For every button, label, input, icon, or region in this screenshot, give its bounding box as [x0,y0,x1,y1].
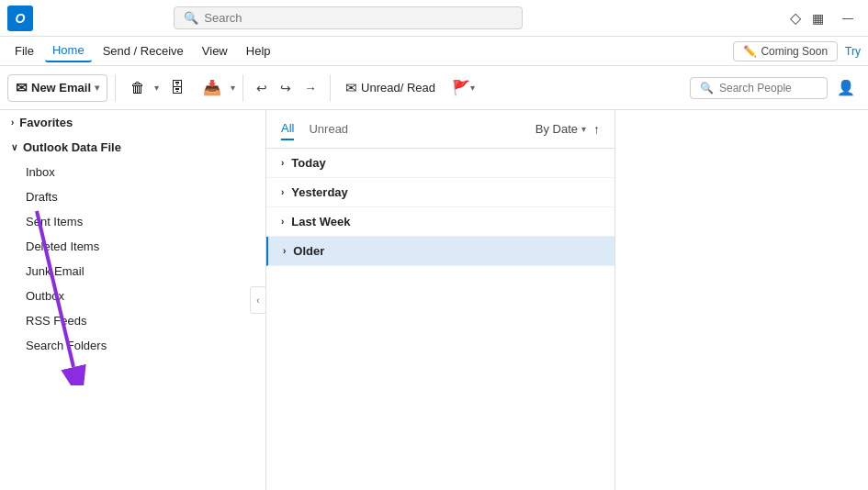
favorites-label: Favorites [19,116,73,129]
flag-button[interactable]: 🚩 ▾ [446,75,480,100]
delete-button[interactable]: 🗑 [123,76,152,100]
flag-icon: 🚩 [452,79,470,96]
group-last-week-chevron: › [281,217,284,227]
archive-button[interactable]: 🗄 [163,76,192,100]
outlook-data-file-label: Outlook Data File [23,140,121,154]
redo-button[interactable]: ↪ [275,77,297,99]
ribbon-sep-1 [115,74,116,102]
wand-icon: ✏️ [743,45,757,58]
delete-dropdown-arrow[interactable]: ▾ [154,83,159,93]
sidebar: › Favorites ∨ Outlook Data File Inbox Dr… [0,110,266,490]
menu-home[interactable]: Home [45,39,92,62]
email-list-tabs: All Unread By Date ▾ ↑ [266,110,614,149]
sidebar-item-junk-email[interactable]: Junk Email [0,259,265,284]
ribbon-right: 🔍 👤 [690,75,861,100]
try-button[interactable]: Try [845,45,861,58]
new-email-button[interactable]: ✉ New Email ▾ [7,74,107,102]
search-people-field[interactable]: 🔍 [690,77,828,99]
menu-bar-right: ✏️ Coming Soon Try [733,41,861,61]
sidebar-item-deleted-items[interactable]: Deleted Items [0,234,265,259]
group-yesterday-label: Yesterday [291,185,347,199]
new-email-dropdown-arrow[interactable]: ▾ [95,83,99,93]
menu-help[interactable]: Help [239,40,278,61]
tab-unread[interactable]: Unread [309,118,348,139]
email-groups: › Today › Yesterday › Last Week › Older [266,149,614,490]
group-older[interactable]: › Older [266,237,614,266]
sidebar-collapse-button[interactable]: ‹ [250,286,266,314]
sidebar-item-sent-items[interactable]: Sent Items [0,209,265,234]
forward-button[interactable]: → [299,77,322,99]
menu-send-receive[interactable]: Send / Receive [96,40,191,61]
title-search-input[interactable] [204,11,513,25]
sidebar-item-inbox[interactable]: Inbox [0,160,265,184]
sort-by-date-button[interactable]: By Date ▾ [535,122,586,136]
move-group: 📥 ▾ [196,75,235,100]
sidebar-item-rss-feeds[interactable]: RSS Feeds [0,308,265,333]
search-icon: 🔍 [184,11,198,25]
minimize-button[interactable]: — [835,12,861,25]
delete-group: 🗑 ▾ [123,76,159,100]
qr-icon[interactable]: ▦ [812,11,824,26]
group-yesterday-chevron: › [281,187,284,197]
coming-soon-label: Coming Soon [761,45,828,58]
outlook-logo: O [7,6,33,31]
outlook-data-file-header[interactable]: ∨ Outlook Data File [0,135,265,160]
tab-all[interactable]: All [281,117,294,140]
move-icon: 📥 [203,79,221,96]
sidebar-item-search-folders[interactable]: Search Folders [0,333,265,358]
search-people-input[interactable] [719,82,817,95]
flag-dropdown-arrow[interactable]: ▾ [470,83,475,93]
archive-icon: 🗄 [170,80,185,96]
group-older-chevron: › [283,246,286,256]
outlook-data-file-chevron: ∨ [11,142,17,152]
menu-file[interactable]: File [7,40,41,61]
diamond-icon[interactable]: ◇ [790,9,801,27]
sort-label: By Date [535,122,578,136]
sort-direction-button[interactable]: ↑ [593,122,600,137]
ribbon-sep-3 [330,74,331,102]
new-email-icon: ✉ [16,80,28,96]
reading-pane [615,110,868,490]
title-search-bar[interactable]: 🔍 [174,6,523,29]
ribbon-sep-2 [242,74,243,102]
undo-button[interactable]: ↩ [251,77,273,99]
group-yesterday[interactable]: › Yesterday [266,178,614,207]
email-list-panel: All Unread By Date ▾ ↑ › Today › Yesterd… [266,110,615,490]
group-today[interactable]: › Today [266,149,614,178]
favorites-chevron: › [11,117,14,128]
favorites-group-header[interactable]: › Favorites [0,110,265,135]
move-dropdown-arrow[interactable]: ▾ [231,83,235,93]
unread-read-button[interactable]: ✉ Unread/ Read [338,76,443,100]
nav-arrows: ↩ ↪ → [251,77,322,99]
menu-bar: File Home Send / Receive View Help ✏️ Co… [0,37,868,66]
group-last-week[interactable]: › Last Week [266,207,614,237]
group-today-label: Today [291,156,325,170]
delete-icon: 🗑 [130,80,145,96]
group-today-chevron: › [281,158,284,168]
sidebar-item-drafts[interactable]: Drafts [0,184,265,209]
sidebar-item-outbox[interactable]: Outbox [0,284,265,308]
group-older-label: Older [293,244,324,258]
new-email-label: New Email [31,81,91,95]
title-bar: O 🔍 ◇ ▦ — [0,0,868,37]
contact-icon[interactable]: 👤 [831,75,861,100]
search-people-icon: 🔍 [700,82,714,95]
main-content: › Favorites ∨ Outlook Data File Inbox Dr… [0,110,868,490]
coming-soon-button[interactable]: ✏️ Coming Soon [733,41,838,61]
title-bar-controls: ◇ ▦ — [790,9,861,27]
unread-read-label: Unread/ Read [361,81,435,95]
ribbon: ✉ New Email ▾ 🗑 ▾ 🗄 📥 ▾ ↩ ↪ → ✉ Unread/ … [0,66,868,110]
menu-view[interactable]: View [195,40,235,61]
tab-sort: By Date ▾ ↑ [535,122,600,137]
sort-dropdown-arrow[interactable]: ▾ [581,124,586,134]
unread-icon: ✉ [345,80,357,96]
move-button[interactable]: 📥 [196,75,229,100]
group-last-week-label: Last Week [291,215,350,228]
